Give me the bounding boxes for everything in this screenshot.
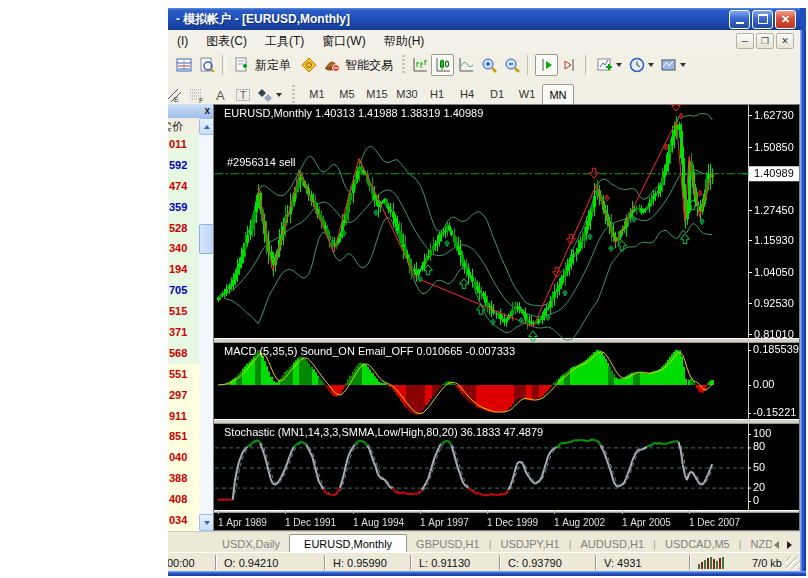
chart-tabs: USDX,DailyEURUSD,MonthlyGBPUSD,H1|USDJPY… [213,532,772,553]
timeframe-button-m30[interactable]: M30 [392,84,422,104]
new-order-label[interactable]: 新定单 [253,57,297,74]
market-watch-row[interactable]: 040 [168,447,199,468]
market-watch-scrollbar[interactable] [199,118,213,531]
market-watch-row[interactable]: 359 [168,197,199,218]
market-watch-row[interactable]: 011 [168,134,199,155]
tab-nzdusd-i[interactable]: NZDUSD,I [742,535,772,553]
menu-item-c[interactable]: 图表(C) [197,30,256,52]
market-watch-row[interactable]: 297 [168,385,199,406]
data-window-button[interactable] [195,54,218,76]
candlesticks-button[interactable] [431,54,454,76]
chart-shift-button[interactable] [558,54,581,76]
new-order-icon [234,57,250,73]
title-bar[interactable]: - 模拟帐户 - [EURUSD,Monthly] ✕ [168,8,800,30]
timeframe-button-h1[interactable]: H1 [422,84,452,104]
arrows-icon [257,87,273,103]
chart-canvas[interactable] [213,104,800,531]
templates-button[interactable] [657,54,689,76]
line-chart-button[interactable] [454,54,477,76]
tab-eurusd-monthly[interactable]: EURUSD,Monthly [289,534,407,553]
tabs-scroll-left-icon[interactable] [774,541,779,549]
market-watch-row[interactable]: 592 [168,155,199,176]
metaeditor-button[interactable] [297,54,320,76]
market-watch-row[interactable]: 705 [168,280,199,301]
zoom-out-icon [504,57,520,73]
timeframe-button-mn[interactable]: MN [542,84,574,106]
metaeditor-icon [301,57,317,73]
chart-tab-bar: USDX,DailyEURUSD,MonthlyGBPUSD,H1|USDJPY… [168,531,800,553]
market-watch-row[interactable]: 515 [168,301,199,322]
market-watch-row[interactable]: 371 [168,322,199,343]
close-button[interactable]: ✕ [775,10,796,29]
tab-usdcad-m5[interactable]: USDCAD,M5 [656,535,739,553]
tab-gbpusd-h1[interactable]: GBPUSD,H1 [407,535,489,553]
channel-tool-button[interactable]: E [162,84,185,106]
traffic-label: 7/0 kb [752,557,782,569]
timeframe-button-m1[interactable]: M1 [302,84,332,104]
periods-button[interactable] [625,54,657,76]
menu-item-h[interactable]: 帮助(H) [375,30,434,52]
templates-dropdown-arrow [680,63,686,67]
child-restore-button[interactable]: ❐ [756,33,774,49]
bar-chart-button[interactable] [408,54,431,76]
minimize-button[interactable] [729,10,750,29]
standard-toolbar: 新定单 智能交易 [168,52,800,79]
timeframe-button-m15[interactable]: M15 [362,84,392,104]
market-watch-button[interactable] [172,54,195,76]
timeframe-button-d1[interactable]: D1 [482,84,512,104]
maximize-button[interactable] [752,10,773,29]
data-window-icon [199,57,215,73]
market-watch-row[interactable]: 568 [168,343,199,364]
window-right-border [800,30,806,576]
market-watch-row[interactable]: 340 [168,238,199,259]
text-label-tool-button[interactable]: T [231,84,254,106]
arrows-tool-button[interactable] [254,84,284,106]
zoom-in-button[interactable] [477,54,500,76]
child-close-button[interactable]: ✕ [776,33,794,49]
market-watch-row[interactable]: 474 [168,176,199,197]
timeframe-button-h4[interactable]: H4 [452,84,482,104]
status-high: H: 0.95990 [324,555,410,570]
market-watch-close-icon[interactable]: x [204,106,213,116]
market-watch-row[interactable]: 388 [168,468,199,489]
timeframe-button-w1[interactable]: W1 [512,84,542,104]
market-watch-panel: x 卖价 01159247435952834019470551537156855… [168,104,214,531]
periods-dropdown-arrow [648,63,654,67]
new-order-button[interactable] [230,54,253,76]
market-watch-row[interactable]: 408 [168,489,199,510]
scrollbar-thumb[interactable] [199,224,214,254]
tab-usdjpy-h1[interactable]: USDJPY,H1 [492,535,569,553]
child-minimize-button[interactable]: ─ [736,33,754,49]
line-chart-icon [458,57,474,73]
fibonacci-tool-button[interactable]: F [185,84,208,106]
status-network: 7/0 kb [689,555,800,570]
zoom-out-button[interactable] [500,54,523,76]
expert-advisors-icon [324,57,340,73]
menu-item-w[interactable]: 窗口(W) [313,30,374,52]
expert-advisors-button[interactable] [320,54,343,76]
text-tool-button[interactable]: A [208,84,231,106]
market-watch-titlebar[interactable]: x [168,104,213,118]
indicators-button[interactable] [593,54,625,76]
market-watch-row[interactable]: 528 [168,218,199,239]
resize-grip[interactable] [786,556,800,570]
auto-scroll-button[interactable] [535,54,558,76]
tabs-scroll-right-icon[interactable] [787,541,792,549]
tab-usdx-daily[interactable]: USDX,Daily [213,535,289,553]
market-watch-row[interactable]: 194 [168,259,199,280]
tab-audusd-h1[interactable]: AUDUSD,H1 [572,535,654,553]
menu-item-t[interactable]: 工具(T) [256,30,313,52]
menu-bar: (I)图表(C)工具(T)窗口(W)帮助(H) ─ ❐ ✕ [168,30,800,53]
svg-text:T: T [240,90,246,101]
scroll-up-icon[interactable] [199,118,214,135]
timeframe-button-m5[interactable]: M5 [332,84,362,104]
market-watch-row[interactable]: 911 [168,406,199,427]
market-watch-row[interactable]: 034 [168,510,199,531]
scroll-down-icon[interactable] [199,514,214,531]
menu-item-i[interactable]: (I) [168,30,197,52]
market-watch-row[interactable]: 851 [168,426,199,447]
status-open: O: 0.94210 [215,555,324,570]
expert-advisors-label[interactable]: 智能交易 [343,57,399,74]
candlesticks-icon [435,57,451,73]
market-watch-row[interactable]: 551 [168,364,199,385]
